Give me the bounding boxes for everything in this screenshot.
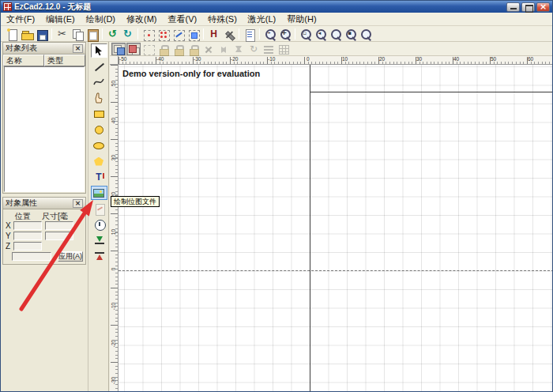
close-button[interactable] — [536, 2, 550, 12]
menu-edit[interactable]: 编辑(E) — [40, 13, 81, 26]
x-axis-label: X — [6, 221, 13, 230]
menu-special[interactable]: 特殊(S) — [202, 13, 243, 26]
rectangle-icon — [94, 111, 104, 118]
new-button[interactable] — [4, 27, 19, 41]
object-list-body[interactable] — [4, 66, 85, 192]
ruler-label: -20 — [111, 339, 116, 348]
lock-vertical-button[interactable] — [171, 43, 186, 55]
toolbar-separator — [239, 28, 239, 40]
lock-horizontal-button[interactable] — [156, 43, 171, 55]
mirror-object-button[interactable] — [171, 27, 186, 41]
toolbar-separator — [137, 28, 138, 40]
input-port-tool[interactable] — [91, 233, 107, 247]
ruler-label: -30 — [194, 56, 201, 62]
z-position-field[interactable] — [13, 242, 42, 251]
option-field[interactable] — [12, 252, 51, 261]
point-tool[interactable] — [91, 91, 107, 105]
bitmap-icon — [93, 189, 104, 198]
canvas-region: -50 -40 -30 -20 -10 0 10 20 30 40 50 60 … — [110, 42, 553, 392]
apply-button[interactable]: 应用(A) — [58, 251, 83, 262]
lock-all-button[interactable] — [186, 43, 201, 55]
menu-file[interactable]: 文件(F) — [1, 13, 40, 26]
title-bar: EzCad2.12.0 - 无标题 — [1, 1, 552, 13]
zoom-in-button[interactable] — [277, 27, 292, 41]
zoom-window-button[interactable] — [298, 27, 313, 41]
toolbar-separator — [295, 28, 295, 40]
y-size-field[interactable] — [45, 232, 73, 240]
maximize-button[interactable] — [521, 2, 535, 12]
object-list-column-headers: 名称 类型 — [3, 55, 85, 66]
x-size-field[interactable] — [45, 221, 73, 230]
rectangle-tool[interactable] — [91, 107, 107, 121]
edit-hammer-button[interactable] — [201, 43, 216, 55]
circle-tool[interactable] — [91, 122, 107, 137]
save-button[interactable] — [34, 27, 49, 41]
menu-laser[interactable]: 激光(L) — [243, 13, 281, 26]
object-properties-title: 对象属性 — [6, 198, 37, 209]
undo-button[interactable] — [105, 27, 120, 41]
ruler-label: -10 — [111, 302, 116, 311]
menu-help[interactable]: 帮助(H) — [281, 13, 322, 26]
line-tool[interactable] — [91, 59, 107, 74]
align-objects-button[interactable] — [261, 43, 276, 55]
y-position-field[interactable] — [13, 232, 42, 240]
move-object-button[interactable] — [141, 27, 156, 41]
cut-button[interactable] — [55, 27, 70, 41]
ruler-label: -50 — [119, 56, 126, 62]
select-tool[interactable] — [91, 43, 107, 58]
vector-file-tool[interactable] — [91, 202, 107, 216]
output-port-tool[interactable] — [91, 249, 107, 263]
ruler-label: 40 — [453, 56, 459, 62]
zoom-all-button[interactable] — [328, 27, 343, 41]
panel-close-button[interactable] — [73, 199, 83, 208]
ruler-label: 30 — [111, 153, 116, 162]
scale-object-button[interactable] — [186, 27, 201, 41]
zoom-objects-button[interactable] — [343, 27, 358, 41]
grid-snap-button[interactable] — [276, 43, 291, 55]
hatch-button[interactable] — [206, 27, 221, 41]
paste-button[interactable] — [85, 27, 100, 41]
ruler-label: 20 — [379, 56, 385, 62]
minimize-button[interactable] — [506, 2, 520, 12]
zoom-page-button[interactable] — [358, 27, 373, 41]
timer-tool[interactable] — [91, 217, 107, 232]
redo-button[interactable] — [120, 27, 135, 41]
selection-frame-button[interactable] — [141, 43, 156, 55]
move-to-front-button[interactable] — [111, 43, 126, 55]
polygon-tool[interactable] — [91, 154, 107, 168]
column-name[interactable]: 名称 — [3, 55, 44, 66]
tooltip: 绘制位图文件 — [111, 196, 160, 207]
mirror-horizontal-button[interactable] — [216, 43, 231, 55]
menu-draw[interactable]: 绘制(D) — [81, 13, 121, 26]
drawing-canvas[interactable]: Demo version-only for evaluation — [118, 65, 553, 392]
ruler-label: 50 — [491, 56, 496, 62]
open-button[interactable] — [19, 27, 34, 41]
rotate-button[interactable] — [246, 43, 261, 55]
ruler-label: -30 — [111, 376, 116, 385]
text-tool[interactable] — [91, 170, 107, 184]
menu-view[interactable]: 查看(V) — [163, 13, 203, 26]
ellipse-tool[interactable] — [91, 138, 107, 153]
column-type[interactable]: 类型 — [44, 55, 85, 66]
window-title: EzCad2.12.0 - 无标题 — [14, 2, 91, 13]
move-to-back-button[interactable] — [126, 43, 141, 55]
main-toolbar — [1, 26, 552, 42]
app-window: EzCad2.12.0 - 无标题 文件(F) 编辑(E) 绘制(D) 修改(M… — [0, 0, 553, 392]
copy-button[interactable] — [70, 27, 85, 41]
rotate-object-button[interactable] — [156, 27, 171, 41]
curve-tool[interactable] — [91, 75, 107, 89]
bitmap-tool[interactable] — [91, 186, 107, 200]
apply-row: 应用(A) — [6, 251, 83, 262]
mark-file-button[interactable] — [242, 27, 257, 41]
panel-close-button[interactable] — [73, 44, 83, 53]
zoom-previous-button[interactable] — [313, 27, 328, 41]
center-axis-line — [118, 270, 553, 271]
x-position-field[interactable] — [13, 221, 42, 230]
system-tools-button[interactable] — [221, 27, 236, 41]
y-row: Y — [6, 231, 83, 241]
mirror-vertical-button[interactable] — [231, 43, 246, 55]
object-properties-body: 位置 尺寸[毫 X Y Z — [3, 209, 85, 263]
menu-modify[interactable]: 修改(M) — [121, 13, 163, 26]
toolbar-separator — [51, 28, 52, 40]
zoom-out-button[interactable] — [262, 27, 277, 41]
